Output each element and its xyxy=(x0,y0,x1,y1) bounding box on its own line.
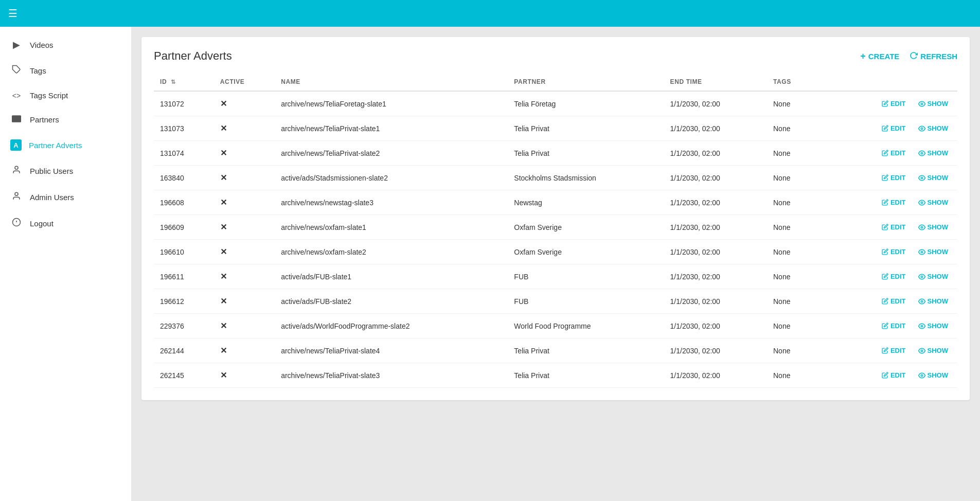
show-icon xyxy=(918,298,925,305)
cell-id: 163840 xyxy=(154,166,214,190)
sidebar-item-logout[interactable]: Logout xyxy=(0,210,131,237)
cell-active: ✕ xyxy=(214,166,275,190)
edit-button[interactable]: EDIT xyxy=(879,196,909,208)
inactive-icon: ✕ xyxy=(220,99,227,108)
cell-active: ✕ xyxy=(214,190,275,215)
cell-actions: EDIT SHOW xyxy=(817,116,957,141)
cell-active: ✕ xyxy=(214,240,275,264)
cell-actions: EDIT SHOW xyxy=(817,289,957,314)
cell-active: ✕ xyxy=(214,363,275,388)
table-header-row: ID ⇅ ACTIVE NAME PARTNER END TIME TAGS xyxy=(154,73,957,91)
edit-button[interactable]: EDIT xyxy=(879,122,909,134)
refresh-button[interactable]: REFRESH xyxy=(910,51,957,61)
cell-name: archive/news/newstag-slate3 xyxy=(275,190,508,215)
partner-adverts-icon: A xyxy=(10,139,22,151)
cell-active: ✕ xyxy=(214,91,275,116)
cell-name: active/ads/WorldFoodProgramme-slate2 xyxy=(275,314,508,338)
page-title: Partner Adverts xyxy=(154,49,232,63)
cell-active: ✕ xyxy=(214,289,275,314)
cell-partner: Oxfam Sverige xyxy=(508,215,664,240)
svg-point-2 xyxy=(15,166,18,169)
cell-actions: EDIT SHOW xyxy=(817,215,957,240)
cell-id: 196608 xyxy=(154,190,214,215)
inactive-icon: ✕ xyxy=(220,321,227,330)
inactive-icon: ✕ xyxy=(220,247,227,256)
show-button[interactable]: SHOW xyxy=(915,369,951,381)
edit-button[interactable]: EDIT xyxy=(879,271,909,282)
cell-actions: EDIT SHOW xyxy=(817,240,957,264)
cell-tags: None xyxy=(767,141,817,166)
cell-active: ✕ xyxy=(214,215,275,240)
cell-active: ✕ xyxy=(214,141,275,166)
show-button[interactable]: SHOW xyxy=(915,196,951,208)
svg-point-7 xyxy=(921,103,923,105)
sidebar-label-admin-users: Admin Users xyxy=(30,193,74,202)
edit-button[interactable]: EDIT xyxy=(879,320,909,332)
show-button[interactable]: SHOW xyxy=(915,295,951,307)
menu-icon[interactable]: ☰ xyxy=(8,7,17,20)
inactive-icon: ✕ xyxy=(220,346,227,355)
table-row: 196612 ✕ active/ads/FUB-slate2 FUB 1/1/2… xyxy=(154,289,957,314)
code-icon: <> xyxy=(10,92,23,100)
table-row: 131074 ✕ archive/news/TeliaPrivat-slate2… xyxy=(154,141,957,166)
svg-point-17 xyxy=(921,350,923,352)
show-button[interactable]: SHOW xyxy=(915,172,951,184)
edit-button[interactable]: EDIT xyxy=(879,345,909,356)
create-button[interactable]: + CREATE xyxy=(860,51,899,61)
edit-button[interactable]: EDIT xyxy=(879,98,909,110)
cell-name: active/ads/FUB-slate1 xyxy=(275,264,508,289)
edit-button[interactable]: EDIT xyxy=(879,172,909,184)
sidebar-label-videos: Videos xyxy=(30,41,54,49)
cell-id: 131072 xyxy=(154,91,214,116)
svg-rect-1 xyxy=(12,115,21,122)
show-button[interactable]: SHOW xyxy=(915,98,951,110)
table-row: 196608 ✕ archive/news/newstag-slate3 New… xyxy=(154,190,957,215)
show-button[interactable]: SHOW xyxy=(915,246,951,258)
table-wrapper: ID ⇅ ACTIVE NAME PARTNER END TIME TAGS xyxy=(154,73,957,388)
cell-partner: Telia Företag xyxy=(508,91,664,116)
table-row: 196609 ✕ archive/news/oxfam-slate1 Oxfam… xyxy=(154,215,957,240)
sidebar-item-videos[interactable]: ▶ Videos xyxy=(0,32,131,58)
svg-point-11 xyxy=(921,202,923,204)
cell-partner: Telia Privat xyxy=(508,141,664,166)
svg-point-18 xyxy=(921,374,923,377)
edit-button[interactable]: EDIT xyxy=(879,246,909,258)
sidebar-item-tags[interactable]: Tags xyxy=(0,58,131,84)
refresh-icon xyxy=(910,51,918,61)
sidebar: ▶ Videos Tags <> Tags Script Partners A … xyxy=(0,27,131,501)
edit-icon xyxy=(882,125,888,132)
sidebar-item-partners[interactable]: Partners xyxy=(0,107,131,132)
show-icon xyxy=(918,273,925,280)
show-icon xyxy=(918,100,925,108)
show-button[interactable]: SHOW xyxy=(915,345,951,356)
cell-active: ✕ xyxy=(214,338,275,363)
cell-name: archive/news/TeliaForetag-slate1 xyxy=(275,91,508,116)
show-button[interactable]: SHOW xyxy=(915,122,951,134)
sidebar-item-tags-script[interactable]: <> Tags Script xyxy=(0,84,131,107)
inactive-icon: ✕ xyxy=(220,272,227,281)
cell-active: ✕ xyxy=(214,264,275,289)
cell-end-time: 1/1/2030, 02:00 xyxy=(664,190,767,215)
show-button[interactable]: SHOW xyxy=(915,221,951,233)
inactive-icon: ✕ xyxy=(220,149,227,157)
edit-button[interactable]: EDIT xyxy=(879,221,909,233)
sidebar-item-public-users[interactable]: Public Users xyxy=(0,158,131,184)
show-icon xyxy=(918,150,925,157)
card-header: Partner Adverts + CREATE REFRESH xyxy=(154,49,957,63)
edit-button[interactable]: EDIT xyxy=(879,295,909,307)
svg-point-15 xyxy=(921,300,923,302)
show-button[interactable]: SHOW xyxy=(915,320,951,332)
svg-point-13 xyxy=(921,251,923,253)
cell-tags: None xyxy=(767,91,817,116)
show-icon xyxy=(918,224,925,231)
svg-point-16 xyxy=(921,325,923,327)
inactive-icon: ✕ xyxy=(220,223,227,231)
show-button[interactable]: SHOW xyxy=(915,147,951,159)
cell-partner: Telia Privat xyxy=(508,363,664,388)
show-button[interactable]: SHOW xyxy=(915,271,951,282)
sidebar-item-admin-users[interactable]: Admin Users xyxy=(0,184,131,210)
edit-button[interactable]: EDIT xyxy=(879,147,909,159)
sidebar-item-partner-adverts[interactable]: A Partner Adverts xyxy=(0,132,131,158)
edit-icon xyxy=(882,199,888,206)
edit-button[interactable]: EDIT xyxy=(879,369,909,381)
